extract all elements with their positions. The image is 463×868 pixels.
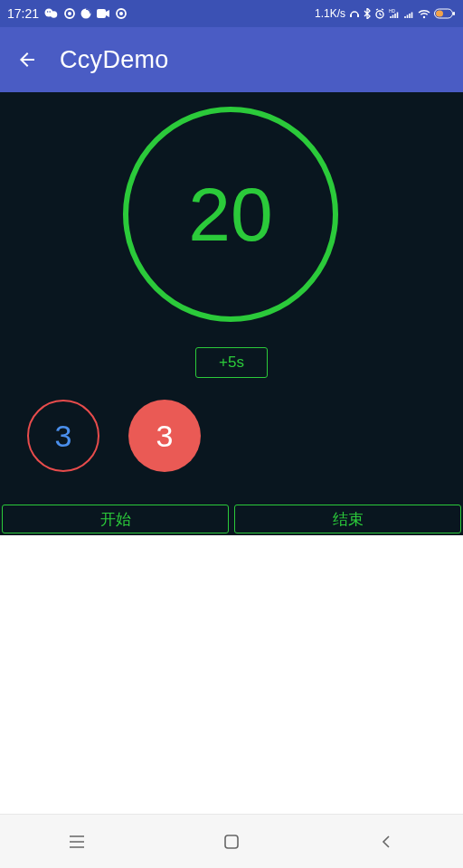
svg-point-3 xyxy=(49,11,51,13)
bluetooth-icon xyxy=(364,8,371,19)
status-bar: 17:21 1.1K/s xyxy=(0,0,463,27)
counter-circle-filled[interactable]: 3 xyxy=(128,400,201,472)
circle-icon-2 xyxy=(116,8,127,19)
menu-icon xyxy=(69,835,85,848)
end-label: 结束 xyxy=(333,509,364,530)
start-button[interactable]: 开始 xyxy=(2,505,229,533)
svg-rect-17 xyxy=(436,11,443,17)
back-arrow-icon[interactable] xyxy=(16,49,38,71)
circle-icon xyxy=(64,8,75,19)
plus-5s-button[interactable]: +5s xyxy=(195,347,268,378)
signal-icon xyxy=(403,8,414,19)
alarm-icon xyxy=(374,8,385,19)
status-time: 17:21 xyxy=(7,6,39,21)
app-title: CcyDemo xyxy=(60,46,169,74)
empty-area xyxy=(0,535,463,814)
svg-point-1 xyxy=(51,11,58,18)
action-row: 开始 结束 xyxy=(0,505,463,535)
signal-hd-icon: HD xyxy=(389,8,400,19)
countdown-panel: 20 +5s 3 3 开始 结束 xyxy=(0,92,463,535)
app-bar: CcyDemo xyxy=(0,27,463,92)
svg-rect-7 xyxy=(97,9,106,18)
svg-rect-10 xyxy=(350,14,352,17)
nav-recent-button[interactable] xyxy=(50,824,104,860)
svg-point-9 xyxy=(119,12,123,15)
chevron-left-icon xyxy=(381,835,392,849)
wechat-icon xyxy=(44,7,59,20)
counter-2-value: 3 xyxy=(156,419,174,454)
svg-point-5 xyxy=(68,12,71,15)
nav-bar xyxy=(0,814,463,868)
video-icon xyxy=(97,9,110,18)
svg-rect-16 xyxy=(453,12,455,15)
svg-rect-18 xyxy=(225,835,238,848)
headphones-icon xyxy=(349,8,360,19)
counter-1-value: 3 xyxy=(55,419,72,454)
nav-back-button[interactable] xyxy=(359,824,413,860)
status-net-speed: 1.1K/s xyxy=(315,7,345,20)
start-label: 开始 xyxy=(100,509,131,530)
svg-text:HD: HD xyxy=(389,8,396,14)
battery-icon xyxy=(434,8,456,19)
wifi-icon xyxy=(418,9,430,19)
counter-circle-outline[interactable]: 3 xyxy=(27,400,99,472)
countdown-number: 20 xyxy=(188,176,272,252)
svg-rect-11 xyxy=(357,14,359,17)
square-icon xyxy=(224,835,239,849)
plus-5s-label: +5s xyxy=(219,354,244,372)
countdown-circle: 20 xyxy=(123,107,338,322)
nav-home-button[interactable] xyxy=(204,824,259,860)
svg-point-2 xyxy=(47,11,49,13)
end-button[interactable]: 结束 xyxy=(234,505,461,533)
svg-point-14 xyxy=(423,15,425,17)
swirl-icon xyxy=(80,8,91,19)
